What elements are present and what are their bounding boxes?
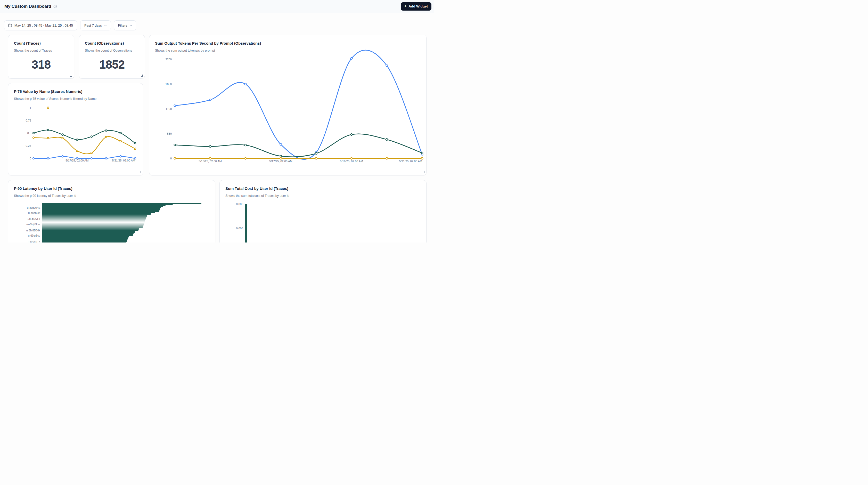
plus-icon: + [404,4,407,8]
time-preset-button[interactable]: Past 7 days [80,20,111,30]
svg-text:u-tFAR5TX: u-tFAR5TX [27,217,40,220]
page-title: My Custom Dashboard [4,4,51,9]
widget-subtitle: Shows the count of Observations [85,49,139,52]
svg-text:5/21/25, 02:00 AM: 5/21/25, 02:00 AM [112,159,135,162]
widget-title: Sum Total Cost by User Id (Traces) [225,186,421,191]
svg-text:5/19/25, 02:00 AM: 5/19/25, 02:00 AM [340,160,363,163]
widget-subtitle: Shows the p 90 latency of Traces by user… [14,194,209,198]
widget-title: P 90 Latency by User Id (Traces) [14,186,209,191]
svg-text:5/15/25, 02:00 AM: 5/15/25, 02:00 AM [198,160,221,163]
widget-p90-latency: P 90 Latency by User Id (Traces) Shows t… [8,180,215,243]
resize-handle-icon[interactable] [423,171,425,173]
chart-sum-output-tokens: 05501100165022005/15/25, 02:00 AM5/17/25… [149,35,427,175]
svg-text:5/17/25, 02:00 AM: 5/17/25, 02:00 AM [269,160,292,163]
widget-sum-total-cost: Sum Total Cost by User Id (Traces) Shows… [219,180,427,243]
count-observations-value: 1852 [99,58,125,71]
svg-text:1: 1 [30,106,31,110]
add-widget-label: Add Widget [408,4,428,8]
svg-text:0.5: 0.5 [27,131,31,135]
widget-subtitle: Shows the count of Traces [14,49,68,52]
svg-text:0.25: 0.25 [26,144,31,147]
widget-subtitle: Shows the sum totalcost of Traces by use… [225,194,421,198]
header: My Custom Dashboard + Add Widget [0,0,434,13]
svg-text:0: 0 [30,157,31,160]
info-icon[interactable] [53,5,57,8]
widget-p75-value: P 75 Value by Name (Scores Numeric) Show… [8,83,143,175]
calendar-icon [8,24,12,27]
svg-text:u-8sq2w4a: u-8sq2w4a [27,206,40,209]
dashboard-page: My Custom Dashboard + Add Widget May [0,0,434,243]
filters-button[interactable]: Filters [114,20,136,30]
count-traces-value: 318 [32,58,51,71]
svg-text:1650: 1650 [165,83,172,86]
add-widget-button[interactable]: + Add Widget [401,2,431,10]
widget-sum-output-tokens: Sum Output Tokens Per Second by Prompt (… [149,35,427,175]
svg-text:u-zVqP3hw: u-zVqP3hw [26,223,40,226]
time-preset-value: Past 7 days [84,24,102,27]
date-range-value: May 14, 25 : 08:45 - May 21, 25 : 08:45 [14,24,73,27]
toolbar: May 14, 25 : 08:45 - May 21, 25 : 08:45 … [4,20,136,30]
svg-text:0.006: 0.006 [236,227,243,230]
svg-text:1100: 1100 [165,107,172,111]
widget-title: Count (Traces) [14,41,68,46]
date-range-button[interactable]: May 14, 25 : 08:45 - May 21, 25 : 08:45 [4,20,77,30]
widget-title: Count (Observations) [85,41,139,46]
svg-text:u-5M8D56k: u-5M8D56k [26,229,40,232]
widget-count-observations: Count (Observations) Shows the count of … [79,35,145,79]
svg-text:u-aobnuxf: u-aobnuxf [28,211,40,214]
svg-text:0: 0 [170,157,172,160]
resize-handle-icon[interactable] [70,74,72,77]
svg-text:u-8fVa9T3: u-8fVa9T3 [28,240,40,243]
widget-subtitle: Shows the p 75 value of Scores Numeric f… [14,97,137,101]
svg-text:0.75: 0.75 [26,119,31,122]
widget-title: Sum Output Tokens Per Second by Prompt (… [155,41,421,46]
svg-text:5/21/25, 02:00 AM: 5/21/25, 02:00 AM [399,160,422,163]
widget-subtitle: Shows the sum output tokens/s by prompt [155,49,421,52]
chevron-down-icon [129,25,132,26]
widget-count-traces: Count (Traces) Shows the count of Traces… [8,35,74,79]
svg-text:u-d3qr5cg: u-d3qr5cg [28,234,40,237]
svg-text:0.008: 0.008 [236,203,243,206]
widget-title: P 75 Value by Name (Scores Numeric) [14,89,137,94]
filters-label: Filters [118,24,127,27]
resize-handle-icon[interactable] [141,74,143,77]
chevron-down-icon [104,25,107,26]
resize-handle-icon[interactable] [139,171,141,173]
svg-text:2200: 2200 [165,58,172,61]
svg-text:550: 550 [167,132,172,135]
